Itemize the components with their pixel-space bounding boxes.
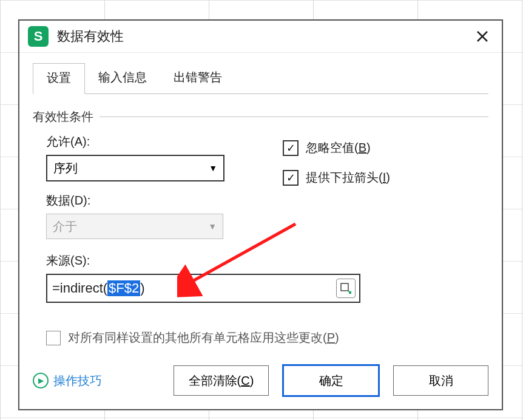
allow-select-value: 序列 bbox=[53, 160, 78, 177]
ok-button[interactable]: 确定 bbox=[282, 364, 380, 397]
dropdown-arrow-row[interactable]: 提供下拉箭头(I) bbox=[283, 169, 390, 186]
ignore-blank-row[interactable]: 忽略空值(B) bbox=[283, 140, 371, 156]
formula-suffix: ) bbox=[140, 280, 144, 296]
app-icon: S bbox=[28, 26, 49, 47]
source-formula-text: =indirect($F$2) bbox=[52, 280, 145, 296]
allow-select[interactable]: 序列 ▼ bbox=[46, 155, 224, 181]
dialog-titlebar: S 数据有效性 bbox=[19, 21, 502, 53]
apply-to-all-label: 对所有同样设置的其他所有单元格应用这些更改(P) bbox=[68, 330, 339, 346]
tab-error-alert[interactable]: 出错警告 bbox=[160, 63, 235, 94]
source-label: 来源(S): bbox=[46, 252, 488, 269]
criteria-section-text: 有效性条件 bbox=[33, 109, 93, 125]
dialog-body: 设置 输入信息 出错警告 有效性条件 允许(A): 序列 ▼ 忽略空值(B) bbox=[19, 53, 502, 346]
divider bbox=[100, 117, 488, 117]
data-label: 数据(D): bbox=[46, 192, 252, 209]
clear-all-button[interactable]: 全部清除(C) bbox=[174, 365, 269, 396]
source-input[interactable]: =indirect($F$2) bbox=[46, 274, 360, 303]
apply-to-all-checkbox[interactable] bbox=[46, 331, 61, 345]
apply-to-all-row[interactable]: 对所有同样设置的其他所有单元格应用这些更改(P) bbox=[33, 330, 488, 346]
allow-label: 允许(A): bbox=[46, 134, 252, 150]
tips-label: 操作技巧 bbox=[53, 373, 102, 389]
dialog-title: 数据有效性 bbox=[57, 27, 471, 46]
tips-link[interactable]: ▶ 操作技巧 bbox=[33, 373, 102, 389]
range-picker-icon[interactable] bbox=[336, 279, 356, 298]
tab-bar: 设置 输入信息 出错警告 bbox=[33, 63, 488, 94]
cancel-button[interactable]: 取消 bbox=[393, 365, 488, 396]
dialog-footer: ▶ 操作技巧 全部清除(C) 确定 取消 bbox=[33, 364, 488, 397]
formula-selection: $F$2 bbox=[107, 280, 140, 296]
dropdown-arrow-label: 提供下拉箭头(I) bbox=[306, 169, 390, 186]
ignore-blank-checkbox[interactable] bbox=[283, 140, 299, 156]
data-validation-dialog: S 数据有效性 设置 输入信息 出错警告 有效性条件 允许(A): 序列 ▼ bbox=[18, 19, 503, 410]
chevron-down-icon: ▼ bbox=[209, 163, 217, 173]
tab-input-message[interactable]: 输入信息 bbox=[85, 63, 160, 94]
chevron-down-icon: ▼ bbox=[208, 222, 217, 231]
svg-rect-0 bbox=[341, 283, 348, 291]
dropdown-arrow-checkbox[interactable] bbox=[283, 170, 299, 186]
tab-settings[interactable]: 设置 bbox=[33, 63, 85, 94]
data-select-value: 介于 bbox=[53, 218, 77, 235]
play-icon: ▶ bbox=[33, 373, 49, 388]
criteria-section-label: 有效性条件 bbox=[33, 109, 488, 125]
ignore-blank-label: 忽略空值(B) bbox=[306, 140, 371, 156]
data-select: 介于 ▼ bbox=[46, 214, 223, 239]
formula-prefix: =indirect( bbox=[52, 280, 107, 296]
close-icon[interactable] bbox=[471, 25, 493, 47]
